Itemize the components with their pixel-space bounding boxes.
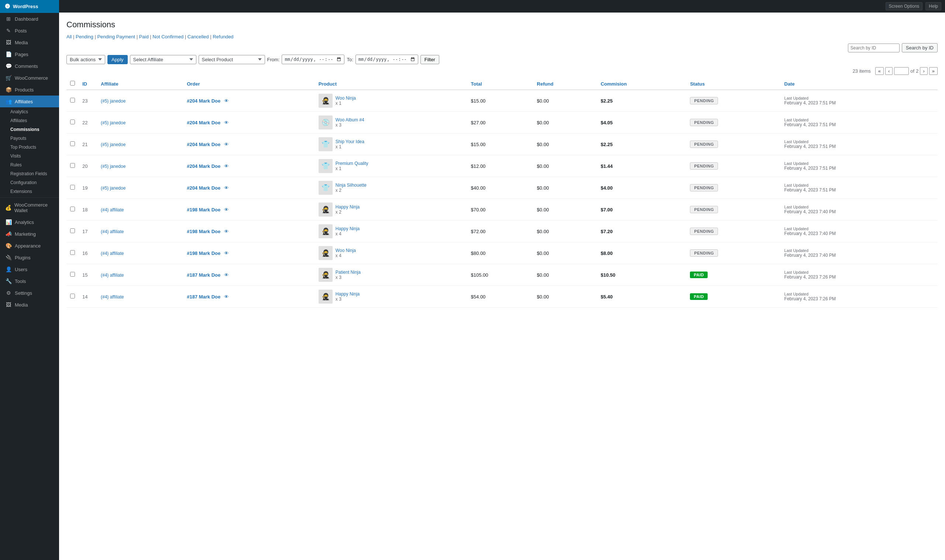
sidebar-item-plugins[interactable]: 🔌 Plugins xyxy=(0,252,59,263)
sidebar-item-appearance[interactable]: 🎨 Appearance xyxy=(0,240,59,252)
sidebar-sub-affiliates[interactable]: Affiliates xyxy=(0,116,59,125)
order-link[interactable]: #187 Mark Doe xyxy=(187,294,220,300)
header-id[interactable]: ID xyxy=(79,78,97,90)
row-checkbox[interactable] xyxy=(70,163,75,168)
view-order-icon[interactable]: 👁 xyxy=(224,98,229,104)
first-page-button[interactable]: « xyxy=(875,67,884,75)
order-link[interactable]: #204 Mark Doe xyxy=(187,120,220,125)
row-checkbox[interactable] xyxy=(70,185,75,189)
row-checkbox[interactable] xyxy=(70,206,75,211)
view-order-icon[interactable]: 👁 xyxy=(224,120,229,125)
order-link[interactable]: #187 Mark Doe xyxy=(187,272,220,278)
filter-link-not-confirmed[interactable]: Not Confirmed xyxy=(153,34,183,40)
row-checkbox[interactable] xyxy=(70,141,75,146)
apply-button[interactable]: Apply xyxy=(108,55,128,64)
affiliate-name-link[interactable]: (#5) janedoe xyxy=(101,164,125,169)
prev-page-button[interactable]: ‹ xyxy=(885,67,893,75)
filter-link-pending-payment[interactable]: Pending Payment xyxy=(97,34,135,40)
header-affiliate[interactable]: Affiliate xyxy=(97,78,183,90)
affiliate-name-link[interactable]: (#4) affiliate xyxy=(101,272,124,278)
sidebar-sub-configuration[interactable]: Configuration xyxy=(0,178,59,187)
filter-link-refunded[interactable]: Refunded xyxy=(213,34,233,40)
help-button[interactable]: Help xyxy=(925,2,941,10)
sidebar-item-affiliates[interactable]: 👥 Affiliates xyxy=(0,95,59,107)
sidebar-item-pages[interactable]: 📄 Pages xyxy=(0,48,59,60)
sidebar-sub-rules[interactable]: Rules xyxy=(0,160,59,169)
sidebar-item-settings[interactable]: ⚙ Settings xyxy=(0,287,59,299)
bulk-actions-select[interactable]: Bulk actions xyxy=(66,55,105,64)
filter-link-paid[interactable]: Paid xyxy=(139,34,149,40)
sidebar-item-media[interactable]: 🖼 Media xyxy=(0,37,59,48)
header-status[interactable]: Status xyxy=(686,78,780,90)
view-order-icon[interactable]: 👁 xyxy=(224,229,229,234)
filter-link-pending[interactable]: Pending xyxy=(76,34,93,40)
view-order-icon[interactable]: 👁 xyxy=(224,294,229,300)
sidebar-item-wc-wallet[interactable]: 💰 WooCommerce Wallet xyxy=(0,199,59,216)
sidebar-item-posts[interactable]: ✎ Posts xyxy=(0,25,59,37)
date-from-input[interactable] xyxy=(282,55,344,64)
affiliate-name-link[interactable]: (#4) affiliate xyxy=(101,207,124,212)
screen-options-button[interactable]: Screen Options xyxy=(886,2,923,10)
header-order[interactable]: Order xyxy=(183,78,315,90)
row-checkbox[interactable] xyxy=(70,98,75,103)
order-link[interactable]: #198 Mark Doe xyxy=(187,251,220,256)
sidebar-sub-payouts[interactable]: Payouts xyxy=(0,134,59,143)
sidebar-sub-registration-fields[interactable]: Registration Fields xyxy=(0,169,59,178)
affiliate-name-link[interactable]: (#5) janedoe xyxy=(101,120,125,125)
row-checkbox[interactable] xyxy=(70,120,75,124)
date-to-input[interactable] xyxy=(356,55,418,64)
affiliate-name-link[interactable]: (#4) affiliate xyxy=(101,251,124,256)
header-refund[interactable]: Refund xyxy=(533,78,597,90)
order-link[interactable]: #204 Mark Doe xyxy=(187,163,220,169)
affiliate-name-link[interactable]: (#5) janedoe xyxy=(101,186,125,191)
order-link[interactable]: #198 Mark Doe xyxy=(187,229,220,234)
search-by-id-button[interactable]: Search by ID xyxy=(902,43,937,52)
row-checkbox[interactable] xyxy=(70,272,75,277)
sidebar-sub-extensions[interactable]: Extensions xyxy=(0,187,59,196)
header-date[interactable]: Date xyxy=(781,78,937,90)
filter-link-cancelled[interactable]: Cancelled xyxy=(188,34,209,40)
search-by-id-input[interactable] xyxy=(848,43,900,52)
order-link[interactable]: #204 Mark Doe xyxy=(187,185,220,191)
row-checkbox[interactable] xyxy=(70,250,75,255)
row-checkbox[interactable] xyxy=(70,228,75,233)
sidebar-item-woocommerce[interactable]: 🛒 WooCommerce xyxy=(0,72,59,84)
sidebar-item-users[interactable]: 👤 Users xyxy=(0,263,59,275)
sidebar-sub-top-products[interactable]: Top Products xyxy=(0,143,59,152)
sidebar-item-dashboard[interactable]: ⊞ Dashboard xyxy=(0,13,59,25)
view-order-icon[interactable]: 👁 xyxy=(224,142,229,147)
select-affiliate-dropdown[interactable]: Select Affiliate xyxy=(130,55,196,64)
last-page-button[interactable]: » xyxy=(929,67,937,75)
row-checkbox[interactable] xyxy=(70,294,75,298)
sidebar-item-marketing[interactable]: 📣 Marketing xyxy=(0,228,59,240)
header-commission[interactable]: Commision xyxy=(597,78,686,90)
sidebar-item-analytics[interactable]: 📊 Analytics xyxy=(0,216,59,228)
filter-link-all[interactable]: All xyxy=(66,34,72,40)
sidebar-sub-visits[interactable]: Visits xyxy=(0,152,59,160)
sidebar-item-comments[interactable]: 💬 Comments xyxy=(0,60,59,72)
order-link[interactable]: #204 Mark Doe xyxy=(187,98,220,104)
sidebar-item-products[interactable]: 📦 Products xyxy=(0,84,59,95)
view-order-icon[interactable]: 👁 xyxy=(224,207,229,212)
affiliate-name-link[interactable]: (#5) janedoe xyxy=(101,98,125,104)
affiliate-name-link[interactable]: (#4) affiliate xyxy=(101,294,124,300)
select-all-checkbox[interactable] xyxy=(70,81,75,86)
header-product[interactable]: Product xyxy=(315,78,467,90)
header-total[interactable]: Total xyxy=(467,78,533,90)
sidebar-sub-commissions[interactable]: Commissions xyxy=(0,125,59,134)
sidebar-sub-analytics[interactable]: Analytics xyxy=(0,107,59,116)
order-link[interactable]: #198 Mark Doe xyxy=(187,207,220,212)
view-order-icon[interactable]: 👁 xyxy=(224,163,229,169)
affiliate-name-link[interactable]: (#5) janedoe xyxy=(101,142,125,147)
view-order-icon[interactable]: 👁 xyxy=(224,251,229,256)
view-order-icon[interactable]: 👁 xyxy=(224,185,229,191)
filter-button[interactable]: Filter xyxy=(421,55,439,64)
affiliate-name-link[interactable]: (#4) affiliate xyxy=(101,229,124,234)
sidebar-item-media2[interactable]: 🖼 Media xyxy=(0,299,59,311)
view-order-icon[interactable]: 👁 xyxy=(224,272,229,278)
next-page-button[interactable]: › xyxy=(920,67,927,75)
sidebar-item-tools[interactable]: 🔧 Tools xyxy=(0,275,59,287)
current-page-input[interactable]: 1 xyxy=(894,67,909,75)
order-link[interactable]: #204 Mark Doe xyxy=(187,142,220,147)
select-product-dropdown[interactable]: Select Product xyxy=(199,55,265,64)
